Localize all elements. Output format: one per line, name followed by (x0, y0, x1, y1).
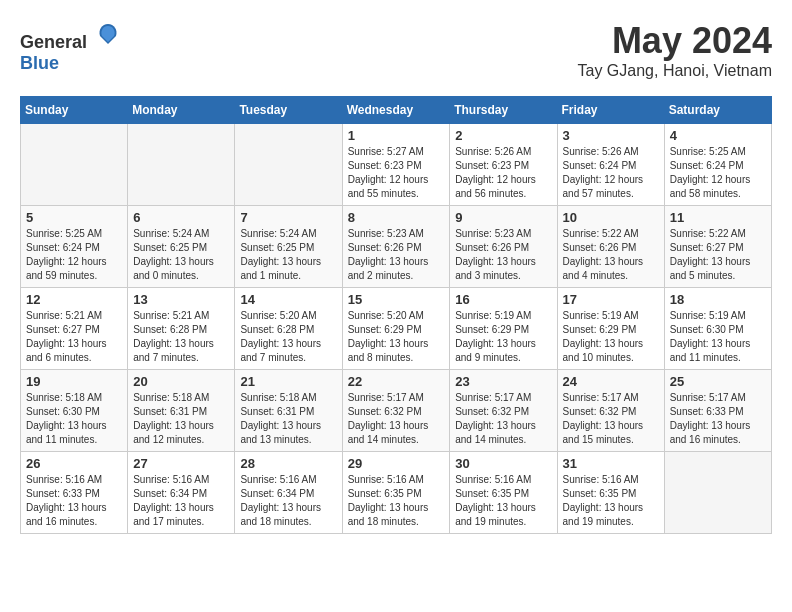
calendar-cell: 22Sunrise: 5:17 AMSunset: 6:32 PMDayligh… (342, 370, 450, 452)
day-info: Sunrise: 5:21 AMSunset: 6:28 PMDaylight:… (133, 309, 229, 365)
calendar-header-sunday: Sunday (21, 97, 128, 124)
calendar-week-row: 19Sunrise: 5:18 AMSunset: 6:30 PMDayligh… (21, 370, 772, 452)
calendar-cell: 29Sunrise: 5:16 AMSunset: 6:35 PMDayligh… (342, 452, 450, 534)
day-number: 19 (26, 374, 122, 389)
day-info: Sunrise: 5:25 AMSunset: 6:24 PMDaylight:… (26, 227, 122, 283)
day-info: Sunrise: 5:21 AMSunset: 6:27 PMDaylight:… (26, 309, 122, 365)
calendar-cell: 27Sunrise: 5:16 AMSunset: 6:34 PMDayligh… (128, 452, 235, 534)
calendar-cell: 8Sunrise: 5:23 AMSunset: 6:26 PMDaylight… (342, 206, 450, 288)
day-number: 17 (563, 292, 659, 307)
logo-text-blue: Blue (20, 53, 59, 73)
calendar-cell: 30Sunrise: 5:16 AMSunset: 6:35 PMDayligh… (450, 452, 557, 534)
calendar-cell: 6Sunrise: 5:24 AMSunset: 6:25 PMDaylight… (128, 206, 235, 288)
calendar-week-row: 26Sunrise: 5:16 AMSunset: 6:33 PMDayligh… (21, 452, 772, 534)
day-info: Sunrise: 5:18 AMSunset: 6:31 PMDaylight:… (133, 391, 229, 447)
day-info: Sunrise: 5:19 AMSunset: 6:29 PMDaylight:… (563, 309, 659, 365)
day-number: 22 (348, 374, 445, 389)
day-info: Sunrise: 5:17 AMSunset: 6:32 PMDaylight:… (563, 391, 659, 447)
page-header: General Blue May 2024 Tay GJang, Hanoi, … (20, 20, 772, 80)
day-info: Sunrise: 5:25 AMSunset: 6:24 PMDaylight:… (670, 145, 766, 201)
calendar-cell: 3Sunrise: 5:26 AMSunset: 6:24 PMDaylight… (557, 124, 664, 206)
calendar-cell: 11Sunrise: 5:22 AMSunset: 6:27 PMDayligh… (664, 206, 771, 288)
calendar-cell: 1Sunrise: 5:27 AMSunset: 6:23 PMDaylight… (342, 124, 450, 206)
calendar-cell: 21Sunrise: 5:18 AMSunset: 6:31 PMDayligh… (235, 370, 342, 452)
day-info: Sunrise: 5:23 AMSunset: 6:26 PMDaylight:… (455, 227, 551, 283)
calendar-cell: 31Sunrise: 5:16 AMSunset: 6:35 PMDayligh… (557, 452, 664, 534)
day-info: Sunrise: 5:20 AMSunset: 6:29 PMDaylight:… (348, 309, 445, 365)
calendar-header-monday: Monday (128, 97, 235, 124)
day-info: Sunrise: 5:17 AMSunset: 6:32 PMDaylight:… (348, 391, 445, 447)
calendar-header-row: SundayMondayTuesdayWednesdayThursdayFrid… (21, 97, 772, 124)
day-info: Sunrise: 5:17 AMSunset: 6:32 PMDaylight:… (455, 391, 551, 447)
day-number: 15 (348, 292, 445, 307)
logo-icon (94, 20, 122, 48)
day-number: 23 (455, 374, 551, 389)
calendar-table: SundayMondayTuesdayWednesdayThursdayFrid… (20, 96, 772, 534)
calendar-cell: 26Sunrise: 5:16 AMSunset: 6:33 PMDayligh… (21, 452, 128, 534)
calendar-cell: 20Sunrise: 5:18 AMSunset: 6:31 PMDayligh… (128, 370, 235, 452)
day-number: 25 (670, 374, 766, 389)
day-number: 7 (240, 210, 336, 225)
day-number: 27 (133, 456, 229, 471)
day-info: Sunrise: 5:16 AMSunset: 6:34 PMDaylight:… (240, 473, 336, 529)
day-info: Sunrise: 5:22 AMSunset: 6:26 PMDaylight:… (563, 227, 659, 283)
logo-text-general: General (20, 32, 87, 52)
title-section: May 2024 Tay GJang, Hanoi, Vietnam (578, 20, 772, 80)
day-number: 14 (240, 292, 336, 307)
day-info: Sunrise: 5:19 AMSunset: 6:29 PMDaylight:… (455, 309, 551, 365)
day-info: Sunrise: 5:26 AMSunset: 6:23 PMDaylight:… (455, 145, 551, 201)
calendar-cell: 2Sunrise: 5:26 AMSunset: 6:23 PMDaylight… (450, 124, 557, 206)
calendar-cell: 18Sunrise: 5:19 AMSunset: 6:30 PMDayligh… (664, 288, 771, 370)
calendar-header-wednesday: Wednesday (342, 97, 450, 124)
day-info: Sunrise: 5:19 AMSunset: 6:30 PMDaylight:… (670, 309, 766, 365)
day-number: 24 (563, 374, 659, 389)
subtitle: Tay GJang, Hanoi, Vietnam (578, 62, 772, 80)
day-number: 26 (26, 456, 122, 471)
day-number: 5 (26, 210, 122, 225)
day-number: 11 (670, 210, 766, 225)
day-number: 3 (563, 128, 659, 143)
day-number: 28 (240, 456, 336, 471)
day-number: 18 (670, 292, 766, 307)
day-info: Sunrise: 5:22 AMSunset: 6:27 PMDaylight:… (670, 227, 766, 283)
calendar-cell (664, 452, 771, 534)
day-info: Sunrise: 5:18 AMSunset: 6:31 PMDaylight:… (240, 391, 336, 447)
day-number: 9 (455, 210, 551, 225)
main-title: May 2024 (578, 20, 772, 62)
day-info: Sunrise: 5:24 AMSunset: 6:25 PMDaylight:… (133, 227, 229, 283)
calendar-cell (21, 124, 128, 206)
day-info: Sunrise: 5:16 AMSunset: 6:35 PMDaylight:… (348, 473, 445, 529)
day-info: Sunrise: 5:16 AMSunset: 6:35 PMDaylight:… (455, 473, 551, 529)
calendar-cell: 12Sunrise: 5:21 AMSunset: 6:27 PMDayligh… (21, 288, 128, 370)
day-number: 10 (563, 210, 659, 225)
day-number: 12 (26, 292, 122, 307)
calendar-cell: 13Sunrise: 5:21 AMSunset: 6:28 PMDayligh… (128, 288, 235, 370)
day-info: Sunrise: 5:27 AMSunset: 6:23 PMDaylight:… (348, 145, 445, 201)
calendar-cell: 28Sunrise: 5:16 AMSunset: 6:34 PMDayligh… (235, 452, 342, 534)
day-info: Sunrise: 5:16 AMSunset: 6:35 PMDaylight:… (563, 473, 659, 529)
day-number: 8 (348, 210, 445, 225)
calendar-cell: 17Sunrise: 5:19 AMSunset: 6:29 PMDayligh… (557, 288, 664, 370)
day-number: 16 (455, 292, 551, 307)
day-info: Sunrise: 5:16 AMSunset: 6:34 PMDaylight:… (133, 473, 229, 529)
day-info: Sunrise: 5:16 AMSunset: 6:33 PMDaylight:… (26, 473, 122, 529)
day-number: 6 (133, 210, 229, 225)
day-number: 4 (670, 128, 766, 143)
calendar-cell (235, 124, 342, 206)
day-number: 20 (133, 374, 229, 389)
day-info: Sunrise: 5:26 AMSunset: 6:24 PMDaylight:… (563, 145, 659, 201)
calendar-header-friday: Friday (557, 97, 664, 124)
calendar-cell: 14Sunrise: 5:20 AMSunset: 6:28 PMDayligh… (235, 288, 342, 370)
day-number: 13 (133, 292, 229, 307)
day-number: 1 (348, 128, 445, 143)
day-info: Sunrise: 5:18 AMSunset: 6:30 PMDaylight:… (26, 391, 122, 447)
calendar-header-tuesday: Tuesday (235, 97, 342, 124)
calendar-cell (128, 124, 235, 206)
day-info: Sunrise: 5:20 AMSunset: 6:28 PMDaylight:… (240, 309, 336, 365)
calendar-header-thursday: Thursday (450, 97, 557, 124)
day-number: 31 (563, 456, 659, 471)
calendar-cell: 7Sunrise: 5:24 AMSunset: 6:25 PMDaylight… (235, 206, 342, 288)
calendar-cell: 5Sunrise: 5:25 AMSunset: 6:24 PMDaylight… (21, 206, 128, 288)
calendar-week-row: 12Sunrise: 5:21 AMSunset: 6:27 PMDayligh… (21, 288, 772, 370)
day-number: 29 (348, 456, 445, 471)
